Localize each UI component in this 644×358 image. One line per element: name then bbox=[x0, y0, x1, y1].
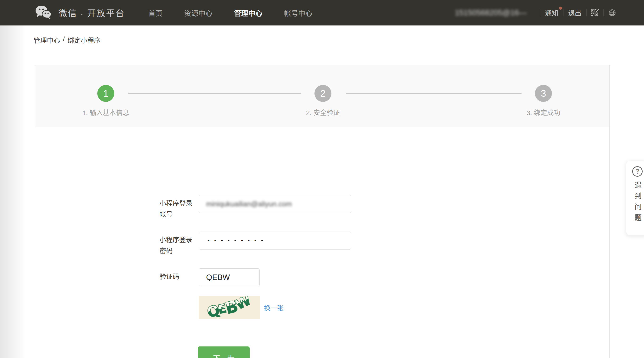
step-1-label: 1. 输入基本信息 bbox=[82, 108, 129, 117]
brand[interactable]: 微信 · 开放平台 bbox=[35, 0, 125, 26]
step-1: 1 1. 输入基本信息 bbox=[59, 85, 153, 117]
breadcrumb-parent[interactable]: 管理中心 bbox=[34, 35, 60, 45]
nav-item-resources[interactable]: 资源中心 bbox=[184, 8, 212, 18]
captcha-refresh-link[interactable]: 换一张 bbox=[264, 303, 284, 312]
step-3-circle: 3 bbox=[535, 85, 552, 102]
account-input[interactable]: miniqukuailian@aliyun.com bbox=[199, 195, 351, 213]
step-2-label: 2. 安全验证 bbox=[306, 108, 340, 117]
password-field-label: 小程序登录密码 bbox=[160, 234, 195, 257]
breadcrumb: 管理中心 / 绑定小程序 bbox=[34, 35, 100, 45]
step-connector bbox=[128, 93, 301, 94]
step-1-circle: 1 bbox=[97, 85, 114, 102]
navbar-right: 15150568205@16— 通知 退出 bbox=[455, 0, 616, 26]
account-input-value: miniqukuailian@aliyun.com bbox=[206, 200, 292, 208]
brand-title: 微信 · 开放平台 bbox=[58, 6, 125, 19]
notification-dot bbox=[559, 7, 562, 10]
next-step-button-label: 下一步 bbox=[213, 352, 234, 358]
stepper: 1 1. 输入基本信息 2 2. 安全验证 3 3. 绑定成功 bbox=[35, 65, 609, 127]
bind-miniprogram-card: 1 1. 输入基本信息 2 2. 安全验证 3 3. 绑定成功 小程序登录帐号 … bbox=[35, 65, 610, 358]
password-input[interactable]: ••••••••• bbox=[199, 232, 351, 250]
divider bbox=[604, 9, 604, 16]
nav-item-management[interactable]: 管理中心 bbox=[234, 8, 262, 18]
breadcrumb-separator: / bbox=[63, 35, 65, 45]
step-2-circle: 2 bbox=[314, 85, 332, 102]
divider bbox=[586, 9, 586, 16]
help-widget-label: 遇到问题 bbox=[632, 181, 642, 225]
question-mark-icon: ? bbox=[632, 166, 642, 177]
divider bbox=[540, 9, 540, 16]
step-3-label: 3. 绑定成功 bbox=[526, 108, 560, 117]
account-field-label: 小程序登录帐号 bbox=[160, 198, 195, 220]
notifications-link[interactable]: 通知 bbox=[545, 8, 558, 18]
captcha-field-label: 验证码 bbox=[160, 271, 195, 282]
captcha-input[interactable]: QEBW bbox=[199, 268, 260, 286]
divider bbox=[563, 9, 564, 16]
account-id[interactable]: 15150568205@16— bbox=[455, 8, 527, 17]
language-globe-icon[interactable] bbox=[609, 9, 616, 16]
password-input-value: ••••••••• bbox=[206, 237, 268, 244]
captcha-image-text: QEBW bbox=[206, 297, 253, 318]
wechat-open-platform-page: 微信 · 开放平台 首页 资源中心 管理中心 帐号中心 15150568205@… bbox=[0, 0, 644, 358]
next-step-button[interactable]: 下一步 bbox=[198, 346, 250, 358]
breadcrumb-current: 绑定小程序 bbox=[68, 35, 100, 45]
wechat-logo-icon bbox=[35, 6, 52, 20]
main-nav: 首页 资源中心 管理中心 帐号中心 bbox=[148, 0, 312, 26]
captcha-image[interactable]: QEBW bbox=[199, 296, 260, 319]
captcha-input-value: QEBW bbox=[206, 273, 230, 282]
top-navbar: 微信 · 开放平台 首页 资源中心 管理中心 帐号中心 15150568205@… bbox=[0, 0, 644, 26]
step-3: 3 3. 绑定成功 bbox=[496, 85, 590, 117]
step-connector bbox=[346, 93, 522, 94]
step-2: 2 2. 安全验证 bbox=[276, 85, 370, 117]
nav-item-account[interactable]: 帐号中心 bbox=[284, 8, 312, 18]
help-widget[interactable]: ? 遇到问题 bbox=[626, 161, 644, 235]
logout-link[interactable]: 退出 bbox=[568, 8, 581, 18]
nav-item-home[interactable]: 首页 bbox=[148, 8, 162, 18]
qr-code-icon[interactable] bbox=[591, 9, 599, 16]
page-edge-shadow bbox=[0, 26, 26, 358]
